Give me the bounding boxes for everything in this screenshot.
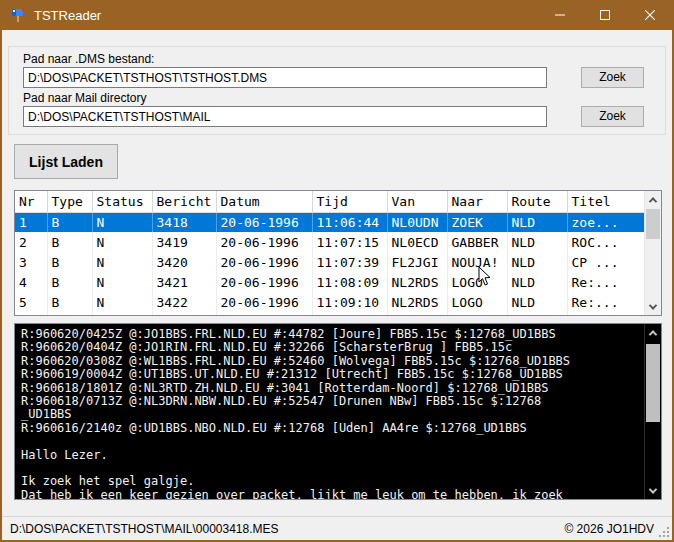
table-cell: 20-06-1996 (216, 232, 312, 252)
table-cell: N (92, 292, 152, 312)
maximize-button[interactable] (582, 0, 627, 30)
table-cell: B (47, 252, 92, 272)
table-row[interactable]: 6BN342721-06-199609:25:48NL1DUMGABBERNLD… (15, 312, 645, 316)
table-cell: NL2RDS (387, 272, 447, 292)
table-cell: 3418 (152, 212, 216, 232)
table-cell: B (47, 212, 92, 232)
table-cell: 20-06-1996 (216, 212, 312, 232)
table-cell: 3419 (152, 232, 216, 252)
column-header[interactable]: Titel (567, 191, 645, 212)
column-header[interactable]: Nr (15, 191, 47, 212)
table-cell: ROC... (567, 232, 645, 252)
table-row[interactable]: 2BN341920-06-199611:07:15NL0ECDGABBERNLD… (15, 232, 645, 252)
table-cell: N (92, 252, 152, 272)
mail-path-input[interactable] (23, 106, 547, 127)
dms-path-input[interactable] (23, 67, 547, 88)
list-scrollbar[interactable] (644, 191, 661, 315)
dms-path-label: Pad naar .DMS bestand: (23, 52, 154, 66)
minimize-button[interactable] (537, 0, 582, 30)
table-cell: B (47, 272, 92, 292)
table-cell: NOUJA! (447, 252, 507, 272)
terminal-scrollbar[interactable] (644, 324, 661, 499)
table-cell: 3422 (152, 292, 216, 312)
message-list: NrTypeStatusBerichtDatumTijdVanNaarRoute… (14, 190, 662, 316)
table-cell: GABBER (447, 232, 507, 252)
table-cell: N (92, 312, 152, 316)
table-cell: Re:... (567, 312, 645, 316)
scroll-up-icon[interactable] (645, 191, 661, 208)
table-cell: NLD (507, 312, 567, 316)
table-row[interactable]: 3BN342020-06-199611:07:39FL2JGINOUJA!NLD… (15, 252, 645, 272)
terminal-scroll-down-icon[interactable] (645, 482, 661, 499)
column-header[interactable]: Status (92, 191, 152, 212)
tstreader-window: TSTReader Pad naar .DMS bestand: Zoek Pa… (0, 0, 674, 542)
table-cell: 20-06-1996 (216, 252, 312, 272)
lijst-laden-button[interactable]: Lijst Laden (14, 144, 118, 179)
table-cell: NLD (507, 292, 567, 312)
table-row[interactable]: 1BN341820-06-199611:06:44NL0UDNZOEKNLDzo… (15, 212, 645, 232)
column-header[interactable]: Naar (447, 191, 507, 212)
table-cell: 11:06:44 (312, 212, 387, 232)
table-cell: 5 (15, 292, 47, 312)
table-cell: B (47, 232, 92, 252)
table-cell: Re:... (567, 272, 645, 292)
table-cell: CP ... (567, 252, 645, 272)
table-body: 1BN341820-06-199611:06:44NL0UDNZOEKNLDzo… (15, 212, 645, 316)
table-cell: 11:07:15 (312, 232, 387, 252)
table-cell: NL0ECD (387, 232, 447, 252)
table-cell: 4 (15, 272, 47, 292)
mail-zoek-button[interactable]: Zoek (581, 106, 644, 127)
table-header-row: NrTypeStatusBerichtDatumTijdVanNaarRoute… (15, 191, 645, 212)
table-cell: 3420 (152, 252, 216, 272)
table-cell: ZOEK (447, 212, 507, 232)
scroll-down-icon[interactable] (645, 298, 661, 315)
status-copyright: © 2026 JO1HDV (564, 522, 654, 536)
title-bar[interactable]: TSTReader (2, 0, 672, 30)
table-cell: NLD (507, 272, 567, 292)
table-cell: NL0UDN (387, 212, 447, 232)
table-cell: NLD (507, 212, 567, 232)
mailbox-icon (10, 7, 26, 23)
table-cell: LOGO (447, 292, 507, 312)
table-cell: 3 (15, 252, 47, 272)
table-cell: 20-06-1996 (216, 272, 312, 292)
paths-groupbox: Pad naar .DMS bestand: Zoek Pad naar Mai… (8, 46, 666, 135)
table-cell: N (92, 232, 152, 252)
table-cell: 11:09:10 (312, 292, 387, 312)
list-scrollbar-thumb[interactable] (646, 209, 660, 239)
status-file-path: D:\DOS\PACKET\TSTHOST\MAIL\00003418.MES (10, 522, 279, 536)
table-cell: NLD (507, 232, 567, 252)
column-header[interactable]: Route (507, 191, 567, 212)
table-cell: B (47, 312, 92, 316)
table-cell: B (47, 292, 92, 312)
column-header[interactable]: Datum (216, 191, 312, 212)
table-cell: 11:08:09 (312, 272, 387, 292)
message-text-panel: R:960620/0425Z @:JO1BBS.FRL.NLD.EU #:447… (14, 323, 662, 500)
terminal-scrollbar-thumb[interactable] (646, 344, 660, 422)
table-cell: N (92, 212, 152, 232)
column-header[interactable]: Tijd (312, 191, 387, 212)
table-cell: zoe... (567, 212, 645, 232)
mail-path-label: Pad naar Mail directory (23, 91, 146, 105)
column-header[interactable]: Bericht (152, 191, 216, 212)
table-row[interactable]: 4BN342120-06-199611:08:09NL2RDSLOGONLDRe… (15, 272, 645, 292)
table-row[interactable]: 5BN342220-06-199611:09:10NL2RDSLOGONLDRe… (15, 292, 645, 312)
table-cell: FL2JGI (387, 252, 447, 272)
table-cell: 21-06-1996 (216, 312, 312, 316)
dms-zoek-button[interactable]: Zoek (581, 67, 644, 88)
status-bar: D:\DOS\PACKET\TSTHOST\MAIL\00003418.MES … (2, 516, 672, 540)
table-cell: 3421 (152, 272, 216, 292)
table-cell: 11:07:39 (312, 252, 387, 272)
table-cell: NLD (507, 252, 567, 272)
terminal-scroll-up-icon[interactable] (645, 324, 661, 341)
table-cell: 1 (15, 212, 47, 232)
table-cell: NL1DUM (387, 312, 447, 316)
table-cell: GABBER (447, 312, 507, 316)
resize-grip[interactable] (658, 526, 670, 538)
table-cell: N (92, 272, 152, 292)
table-cell: LOGO (447, 272, 507, 292)
message-view[interactable]: R:960620/0425Z @:JO1BBS.FRL.NLD.EU #:447… (15, 324, 643, 500)
column-header[interactable]: Van (387, 191, 447, 212)
column-header[interactable]: Type (47, 191, 92, 212)
close-button[interactable] (627, 0, 672, 30)
